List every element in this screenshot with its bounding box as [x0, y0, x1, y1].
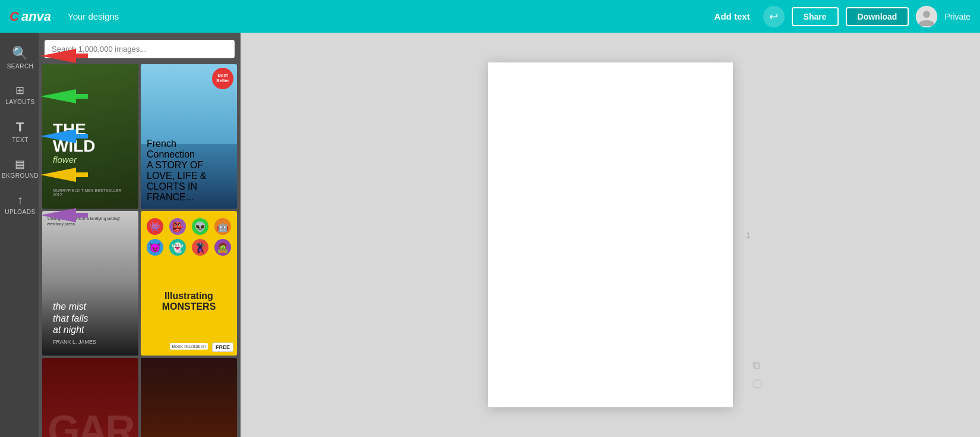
monster-7: 🦹	[192, 239, 208, 256]
monster-8: 🧟	[214, 239, 231, 256]
undo-button[interactable]: ↩	[763, 6, 785, 27]
arrow-search	[40, 48, 88, 64]
french-title: FrenchConnection	[147, 139, 231, 160]
sidebar-item-layouts[interactable]: ⊞ LAYOUTS	[0, 77, 39, 112]
mist-author: FRANK L. JAMES	[53, 339, 128, 345]
free-badge: FREE	[212, 342, 233, 352]
template-card-gar[interactable]: GAR – A NOVEL –	[42, 358, 138, 437]
share-button[interactable]: Share	[792, 7, 839, 26]
monster-6: 👻	[169, 239, 186, 256]
template-card-mist[interactable]: 'chilling characters in a terrifying set…	[42, 211, 138, 356]
arrow-text	[40, 128, 88, 144]
monsters-subtitle: Book Illustration	[170, 343, 208, 350]
logo-c: C	[10, 9, 19, 24]
template-card-monsters[interactable]: 👾 👺 👽 🤖 😈 👻 🦹 🧟 IllustratingMONSTERS Boo…	[141, 211, 237, 356]
monsters-grid: 👾 👺 👽 🤖 😈 👻 🦹 🧟	[144, 217, 233, 257]
svg-point-1	[923, 11, 930, 18]
monster-4: 🤖	[214, 218, 231, 235]
avatar	[916, 6, 937, 27]
sidebar-label-bkground: BKGROUND	[2, 172, 39, 179]
page-number: 1	[746, 231, 750, 240]
text-icon: T	[16, 120, 24, 135]
monster-2: 👺	[169, 218, 186, 235]
french-subtitle: A STORY OF LOVE, LIFE & CLORTS IN FRANCE…	[147, 160, 231, 203]
templates-grid: THEWILD flower MURRYFIELD TIMES BESTSELL…	[39, 64, 241, 437]
private-label: Private	[944, 12, 970, 21]
monster-5: 😈	[147, 239, 163, 256]
mist-title: the mistthat fallsat night	[53, 301, 128, 335]
monsters-title: IllustratingMONSTERS	[162, 291, 216, 312]
add-text-button[interactable]: Add text	[709, 8, 756, 25]
search-icon: 🔍	[12, 46, 29, 61]
sidebar-label-search: SEARCH	[7, 63, 34, 70]
canvas-corner-icons: ⧉ ▢	[753, 359, 763, 389]
wild-flower-subtitle: flower	[53, 155, 128, 165]
svg-marker-4	[40, 129, 88, 143]
header: Canva Your designs Add text ↩ Share Down…	[0, 0, 980, 33]
svg-marker-5	[40, 168, 88, 182]
wild-flower-byline: MURRYFIELD TIMES BESTSELLER 2012	[53, 188, 128, 197]
arrow-bkground	[40, 166, 88, 183]
monster-1: 👾	[147, 218, 163, 235]
monster-3: 👽	[192, 218, 208, 235]
arrow-layouts	[40, 88, 88, 105]
page-title: Your designs	[68, 11, 119, 21]
sidebar-label-uploads: UPLOADS	[5, 209, 35, 215]
arrow-uploads	[40, 207, 88, 224]
canvas-area: 1 ⧉ ▢	[241, 33, 980, 437]
sidebar-label-layouts: LAYOUTS	[5, 99, 34, 105]
sidebar-label-text: TEXT	[12, 137, 29, 143]
logo: Canva	[10, 9, 51, 24]
sidebar-item-uploads[interactable]: ↑ UPLOADS	[0, 186, 39, 222]
logo-text: anva	[21, 9, 51, 24]
template-card-french[interactable]: BestSeller FrenchConnection A STORY OF L…	[141, 64, 237, 209]
sidebar-item-search[interactable]: 🔍 SEARCH	[0, 39, 39, 77]
delete-icon[interactable]: ▢	[753, 376, 763, 389]
template-card-marriage[interactable]: A STORY OF MARRIAGE	[141, 358, 237, 437]
upload-icon: ↑	[17, 193, 24, 207]
sidebar: 🔍 SEARCH ⊞ LAYOUTS T TEXT ▤ BKGROUND ↑ U…	[0, 33, 39, 437]
canvas-page	[488, 62, 733, 407]
sidebar-item-text[interactable]: T TEXT	[0, 112, 39, 150]
svg-marker-6	[40, 208, 88, 222]
gar-bg-text: GAR	[48, 407, 133, 438]
download-button[interactable]: Download	[846, 7, 909, 26]
bestseller-badge: BestSeller	[212, 68, 233, 89]
svg-marker-3	[40, 89, 88, 103]
sidebar-item-bkground[interactable]: ▤ BKGROUND	[0, 150, 39, 186]
layouts-icon: ⊞	[15, 84, 25, 97]
copy-icon[interactable]: ⧉	[753, 359, 763, 372]
svg-marker-2	[40, 49, 88, 63]
bkground-icon: ▤	[15, 158, 26, 171]
